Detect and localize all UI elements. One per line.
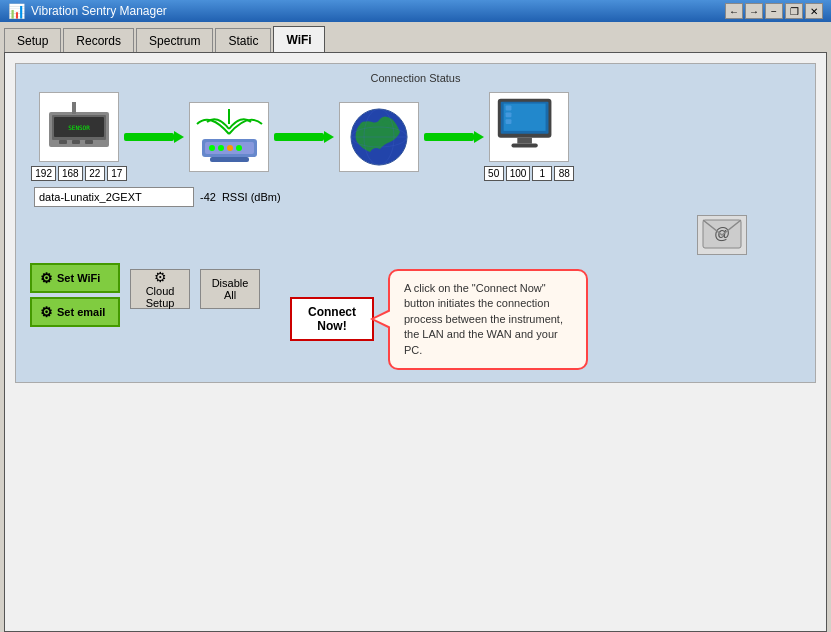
svg-rect-25: [506, 106, 512, 111]
disable-all-button[interactable]: Disable All: [200, 269, 260, 309]
wifi-tab-content: Connection Status SENSOR: [4, 52, 827, 632]
svg-rect-24: [511, 144, 537, 148]
network-diagram: SENSOR 192 168 22 17: [24, 92, 807, 181]
pc-val-2: 100: [506, 166, 531, 181]
pc-labels: 50 100 1 88: [484, 166, 575, 181]
ip-part-4: 17: [107, 166, 127, 181]
set-email-button[interactable]: ⚙ Set email: [30, 297, 120, 327]
pc-val-4: 88: [554, 166, 574, 181]
ip-part-3: 22: [85, 166, 105, 181]
set-wifi-button[interactable]: ⚙ Set WiFi: [30, 263, 120, 293]
internet-device: [334, 102, 424, 172]
svg-point-13: [236, 145, 242, 151]
title-bar: 📊 Vibration Sentry Manager ← → − ❐ ✕: [0, 0, 831, 22]
rssi-value: -42: [200, 191, 216, 203]
connection-status-panel: Connection Status SENSOR: [15, 63, 816, 383]
rssi-label: RSSI (dBm): [222, 191, 281, 203]
disable-line1: Disable: [212, 277, 249, 289]
svg-point-10: [209, 145, 215, 151]
router-image: [189, 102, 269, 172]
tab-bar: Setup Records Spectrum Static WiFi: [4, 26, 827, 52]
tab-spectrum[interactable]: Spectrum: [136, 28, 213, 52]
app-icon: 📊: [8, 3, 25, 19]
tab-wifi[interactable]: WiFi: [273, 26, 324, 52]
ip-part-1: 192: [31, 166, 56, 181]
arrow-3: [424, 131, 484, 143]
globe-image: [339, 102, 419, 172]
computer-image: [489, 92, 569, 162]
gear-icon-email: ⚙: [40, 304, 53, 320]
cloud-line1: Cloud: [146, 285, 175, 297]
instrument-device: SENSOR 192 168 22 17: [34, 92, 124, 181]
svg-rect-14: [210, 157, 249, 162]
connection-status-title: Connection Status: [24, 72, 807, 84]
router-device: [184, 102, 274, 172]
connect-now-button[interactable]: Connect Now!: [290, 297, 374, 341]
arrow-1: [124, 131, 184, 143]
ip-labels: 192 168 22 17: [31, 166, 126, 181]
svg-rect-6: [85, 140, 93, 144]
svg-text:SENSOR: SENSOR: [68, 124, 90, 131]
minimize-button[interactable]: −: [765, 3, 783, 19]
arrow-2: [274, 131, 334, 143]
svg-point-12: [227, 145, 233, 151]
tab-records[interactable]: Records: [63, 28, 134, 52]
app-title: Vibration Sentry Manager: [31, 4, 167, 18]
svg-rect-27: [506, 119, 512, 124]
instrument-image: SENSOR: [39, 92, 119, 162]
cloud-line2: Setup: [146, 297, 175, 309]
svg-point-11: [218, 145, 224, 151]
svg-rect-5: [72, 140, 80, 144]
nav-forward-button[interactable]: →: [745, 3, 763, 19]
gear-icon-cloud: ⚙: [154, 269, 167, 285]
wifi-input-row: -42 RSSI (dBm): [24, 187, 807, 207]
svg-rect-26: [506, 112, 512, 117]
main-window: Setup Records Spectrum Static WiFi Conne…: [0, 22, 831, 632]
nav-back-button[interactable]: ←: [725, 3, 743, 19]
email-icon: @: [697, 215, 747, 255]
restore-button[interactable]: ❐: [785, 3, 803, 19]
close-button[interactable]: ✕: [805, 3, 823, 19]
computer-device: 50 100 1 88: [484, 92, 574, 181]
ssid-input[interactable]: [34, 187, 194, 207]
svg-text:@: @: [714, 225, 730, 242]
svg-rect-4: [59, 140, 67, 144]
disable-line2: All: [224, 289, 236, 301]
ip-part-2: 168: [58, 166, 83, 181]
window-controls: ← → − ❐ ✕: [725, 3, 823, 19]
svg-rect-23: [517, 138, 532, 144]
left-buttons: ⚙ Set WiFi ⚙ Set email: [30, 263, 120, 327]
connect-tooltip: A click on the "Connect Now" button init…: [388, 269, 588, 370]
tab-setup[interactable]: Setup: [4, 28, 61, 52]
tab-static[interactable]: Static: [215, 28, 271, 52]
pc-val-3: 1: [532, 166, 552, 181]
svg-rect-7: [72, 102, 76, 114]
cloud-setup-button[interactable]: ⚙ Cloud Setup: [130, 269, 190, 309]
gear-icon-wifi: ⚙: [40, 270, 53, 286]
pc-val-1: 50: [484, 166, 504, 181]
